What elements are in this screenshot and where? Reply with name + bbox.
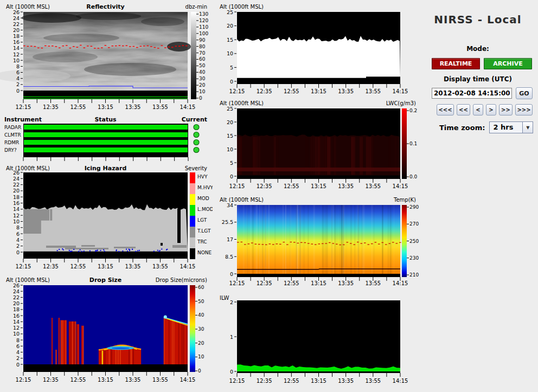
chart-graphic [56,350,57,364]
colorbar-tick-label: 0.2 [409,108,417,113]
x-tick-label: 12:35 [43,377,59,383]
chart-graphic [109,349,110,364]
x-tick-label: 12:55 [284,183,299,189]
cloud-mask-panel: 252015105012:1512:3512:5513:1513:3513:55… [214,0,420,97]
reflectivity-title: Reflectivity [23,3,188,10]
x-tick-label: 12:55 [71,377,86,383]
light-icing-speckle [95,251,96,252]
colorbar-tick-label: 120 [199,18,208,23]
y-tick-label: 22 [13,294,20,300]
light-icing-speckle [70,251,71,252]
light-icing-speckle [100,250,101,251]
low-level-tlgt-blob [46,246,76,248]
stripe-texture [313,205,315,274]
alt-axis-label: Alt (1000ft MSL) [220,4,264,10]
stripe-texture [372,205,373,274]
stripe-texture [274,205,276,274]
x-tick-label: 13:55 [152,264,168,269]
low-level-tlgt-blob [65,248,108,249]
severity-swatch [190,237,195,248]
low-level-tlgt-blob [114,247,136,248]
step-back-medium-button[interactable]: << [457,104,470,115]
y-tick-label: 0 [230,271,233,277]
severity-swatch [190,248,195,259]
severity-label: L.MOD [197,207,213,212]
y-tick-label: 25.5 [222,219,233,225]
display-time-input[interactable] [432,88,512,99]
y-tick-label: 24 [13,176,20,182]
time-zoom-label: Time zoom: [439,124,485,132]
surface-band [237,274,400,277]
x-tick-label: 12:15 [229,378,245,384]
y-tick-label: 20 [13,188,20,194]
colorbar-tick-label: 210 [409,272,419,278]
status-bar-clmtr [24,132,188,137]
chevron-down-icon[interactable]: ▼ [522,122,533,133]
chart-graphic [174,320,175,364]
severity-swatch [190,227,195,237]
step-forward-medium-button[interactable]: >> [499,104,513,115]
dark-streak [43,34,119,42]
reflectivity-plot: 1301201101009080706050403020100262422201… [0,0,213,115]
x-tick-label: 14:15 [180,264,196,269]
stripe-texture [388,205,389,274]
y-tick-label: 2 [16,243,20,249]
y-tick-label: 20 [227,23,233,29]
x-tick-label: 13:35 [338,378,354,384]
light-icing-speckle [157,250,158,251]
x-tick-label: 13:55 [365,183,381,189]
break-column [177,209,181,243]
y-tick-label: 0 [230,369,233,375]
reflectivity-colorbar-label: dbz-min [185,4,207,10]
severity-label: MOD [197,196,209,201]
x-tick-label: 14:15 [180,104,196,110]
x-tick-label: 12:35 [43,264,59,269]
step-forward-large-button[interactable]: >>> [515,104,533,115]
stripe-texture [343,205,344,274]
light-icing-speckle [103,249,104,250]
light-icing-speckle [126,249,127,250]
x-tick-label: 13:35 [125,264,141,269]
step-forward-small-button[interactable]: > [486,104,496,115]
icing-hazard-plot: HVYM.HVYMODL.MODLGTT.LGTTRCNONE262422201… [0,164,213,273]
light-icing-speckle [63,249,64,250]
stripe-texture [250,205,252,274]
surface-band [23,252,188,259]
colorbar-tick-label: 80 [199,44,206,49]
y-tick-label: 4 [16,349,20,355]
time-zoom-select[interactable]: 2 hrs ▼ [489,121,533,133]
x-tick-label: 12:15 [16,377,31,383]
y-tick-label: 5 [230,65,233,70]
step-back-small-button[interactable]: < [473,104,483,115]
light-icing-speckle [89,250,91,252]
x-tick-label: 13:55 [365,280,381,286]
y-tick-label: 0 [16,249,20,255]
dark-streak [76,12,141,20]
step-back-large-button[interactable]: <<< [437,104,454,115]
chart-graphic [187,324,188,364]
low-level-tlgt-blob [172,245,187,248]
severity-swatch [190,194,195,205]
archive-button[interactable]: ARCHIVE [484,58,532,69]
stripe-texture [290,205,291,274]
colorbar-tick-label: 10 [198,354,204,359]
realtime-button[interactable]: REALTIME [432,58,480,69]
y-tick-label: 17 [227,236,233,242]
y-tick-label: 12 [13,52,20,57]
x-tick-label: 12:15 [16,104,31,110]
y-tick-label: 25 [227,106,233,112]
light-icing-speckle [84,250,85,252]
y-tick-label: 8 [16,337,20,343]
mode-label: Mode: [418,45,538,53]
go-button[interactable]: GO [516,87,533,99]
reflectivity-panel: 1301201101009080706050403020100262422201… [0,0,213,115]
x-tick-label: 12:15 [229,88,245,94]
status-led [194,125,199,130]
y-tick-label: 6 [16,343,20,349]
y-tick-label: 2 [16,355,20,361]
light-icing-speckle [62,248,63,249]
y-tick-label: 22 [13,182,20,188]
dark-streak [22,13,81,23]
lwc-panel: 0.20.10.0252015105012:1512:3512:5513:151… [214,99,420,195]
ilw-background [237,300,400,373]
